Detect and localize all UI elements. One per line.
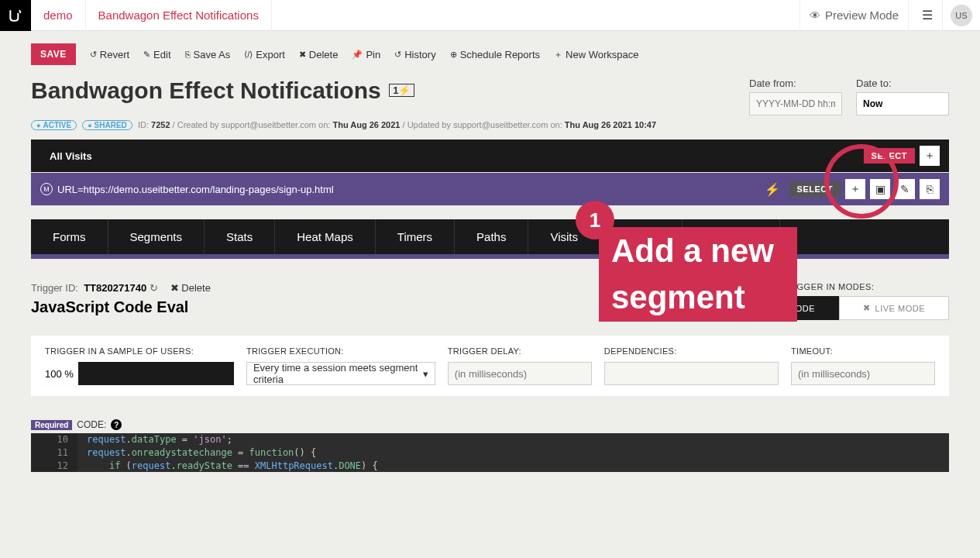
sample-label: TRIGGER IN A SAMPLE OF USERS: [45, 346, 234, 356]
close-icon: ✖ [170, 282, 179, 294]
add-segment-button[interactable]: ＋ [845, 179, 865, 199]
date-from-input[interactable] [749, 92, 842, 115]
page-title: Bandwagon Effect Notifications [31, 78, 381, 103]
timeout-label: TIMEOUT: [791, 346, 935, 356]
segment-select-button[interactable]: SELECT [864, 148, 915, 164]
avatar[interactable]: US [951, 5, 972, 26]
chevron-down-icon: ▾ [423, 368, 428, 380]
sample-slider[interactable] [78, 362, 234, 385]
revert-button[interactable]: ↺Revert [90, 49, 129, 60]
code-label: CODE: [77, 419, 106, 430]
pin-icon: 📌 [352, 50, 363, 60]
meta-row: ACTIVE SHARED ID: 7252 / Created by supp… [0, 119, 980, 140]
edit-icon: ✎ [143, 50, 150, 60]
clock-icon: ⊕ [450, 50, 457, 60]
lightning-icon: ⚡ [765, 182, 780, 197]
revert-icon: ↺ [90, 50, 97, 60]
funnel-icon: ▣ [875, 183, 885, 195]
tab-heat-maps[interactable]: Heat Maps [275, 219, 376, 254]
delay-label: TRIGGER DELAY: [448, 346, 592, 356]
save-as-icon: ⎘ [185, 50, 191, 59]
m-icon: M [40, 183, 53, 195]
history-button[interactable]: ↺History [394, 49, 435, 60]
trigger-title: JavaScript Code Eval [31, 298, 211, 316]
plus-icon: ＋ [924, 149, 935, 163]
sample-value: 100 % [45, 368, 74, 380]
trigger-id: TT820271740 [84, 282, 146, 294]
plus-icon: ＋ [554, 49, 562, 60]
execution-select[interactable]: Every time a session meets segment crite… [246, 362, 435, 385]
segment-url: MURL=https://demo.useitbetter.com/landin… [31, 173, 949, 205]
breadcrumb-demo[interactable]: demo [31, 0, 86, 31]
edit-button[interactable]: ✎Edit [143, 49, 170, 60]
tabs: Forms Segments Stats Heat Maps Timers Pa… [31, 219, 949, 254]
timeout-input[interactable] [791, 362, 935, 385]
tab-timers[interactable]: Timers [376, 219, 455, 254]
date-to-input[interactable] [856, 92, 949, 115]
title-badge: 1⚡ [389, 84, 414, 97]
edit-icon: ✎ [900, 183, 910, 195]
preview-mode-indicator[interactable]: Preview Mode [799, 0, 909, 31]
export-icon: ⟨/⟩ [244, 50, 253, 60]
schedule-button[interactable]: ⊕Schedule Reports [450, 49, 540, 60]
edit-segment-button[interactable]: ✎ [895, 179, 915, 199]
delete-icon: ✖ [299, 50, 306, 60]
tab-segments[interactable]: Segments [108, 219, 205, 254]
delay-input[interactable] [448, 362, 592, 385]
copy-segment-button[interactable]: ⎘ [920, 179, 940, 199]
close-icon: ✖ [863, 303, 871, 313]
date-from-label: Date from: [749, 78, 842, 89]
active-badge: ACTIVE [31, 120, 77, 130]
date-to-label: Date to: [856, 78, 949, 89]
trigger-delete-button[interactable]: ✖ Delete [170, 282, 211, 294]
help-icon[interactable]: ? [111, 419, 122, 430]
deps-input[interactable] [604, 362, 779, 385]
history-icon: ↺ [394, 50, 401, 60]
segment-select-button[interactable]: SELECT [789, 181, 841, 197]
breadcrumb-page[interactable]: Bandwagon Effect Notifications [86, 0, 272, 31]
reload-icon[interactable]: ↻ [150, 282, 158, 294]
add-segment-button[interactable]: ＋ [920, 146, 940, 166]
copy-icon: ⎘ [927, 183, 933, 195]
shared-badge: SHARED [82, 120, 132, 130]
deps-label: DEPENDENCIES: [604, 346, 779, 356]
delete-button[interactable]: ✖Delete [299, 49, 339, 60]
logo[interactable] [0, 0, 31, 31]
funnel-button[interactable]: ▣ [870, 179, 890, 199]
segment-all-visits: All Visits SELECT ＋ [31, 140, 949, 172]
export-button[interactable]: ⟨/⟩Export [244, 49, 285, 60]
live-mode-button[interactable]: ✖LIVE MODE [839, 296, 949, 320]
tab-forms[interactable]: Forms [31, 219, 108, 254]
code-editor[interactable]: 10request.dataType = 'json'; 11request.o… [31, 433, 949, 472]
save-button[interactable]: SAVE [31, 43, 76, 65]
save-as-button[interactable]: ⎘Save As [185, 49, 231, 60]
plus-icon: ＋ [850, 182, 861, 196]
new-workspace-button[interactable]: ＋New Workspace [554, 49, 638, 60]
callout-box: Add a new segment [599, 227, 797, 322]
menu-icon[interactable]: ☰ [912, 0, 943, 31]
breadcrumb: demo Bandwagon Effect Notifications [31, 0, 272, 31]
required-badge: Required [31, 420, 72, 430]
tab-paths[interactable]: Paths [455, 219, 528, 254]
tab-stats[interactable]: Stats [205, 219, 275, 254]
execution-label: TRIGGER EXECUTION: [246, 346, 435, 356]
eye-icon [810, 9, 820, 22]
pin-button[interactable]: 📌Pin [352, 49, 380, 60]
